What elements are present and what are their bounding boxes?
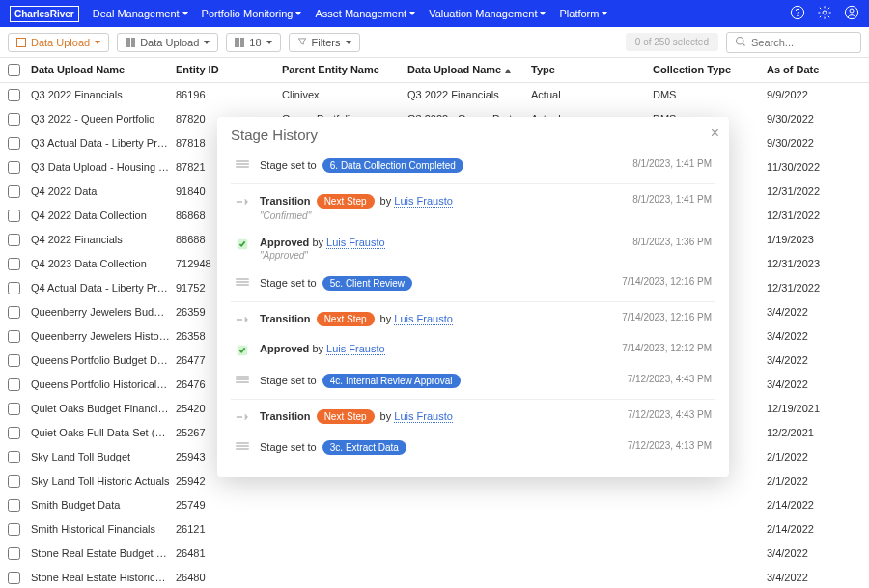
row-checkbox[interactable] [8, 282, 20, 294]
cell-type [531, 572, 653, 584]
col-data-upload-name-2[interactable]: Data Upload Name [407, 64, 531, 76]
svg-point-5 [737, 37, 744, 44]
stage-history-modal: × Stage History Stage set to 6. Data Col… [217, 117, 729, 477]
data-upload-btn-1[interactable]: Data Upload [8, 33, 109, 52]
cell-as-of-date: 1/19/2023 [767, 234, 861, 246]
row-checkbox[interactable] [8, 427, 20, 439]
gear-icon[interactable] [817, 5, 832, 22]
close-icon[interactable]: × [711, 125, 719, 142]
user-link[interactable]: Luis Frausto [394, 195, 453, 208]
cell-as-of-date: 12/2/2021 [767, 427, 861, 439]
next-step-pill: Next Step [317, 194, 375, 209]
row-checkbox[interactable] [8, 137, 20, 150]
row-checkbox[interactable] [8, 89, 20, 101]
brand-logo[interactable]: CharlesRiver [10, 6, 79, 22]
nav-platform[interactable]: Platform [559, 8, 607, 19]
user-link[interactable]: Luis Frausto [394, 410, 453, 423]
cell-name: Q4 2022 Financials [31, 234, 176, 246]
filters-btn[interactable]: Filters [289, 33, 360, 52]
row-checkbox[interactable] [8, 354, 20, 367]
cell-parent-entity [282, 572, 407, 584]
row-checkbox[interactable] [8, 258, 20, 270]
cell-data-upload-name [407, 499, 531, 512]
table-row[interactable]: Smith Budget Data257492/14/2022 [0, 493, 869, 518]
row-checkbox[interactable] [8, 234, 20, 246]
table-row[interactable]: Stone Real Estate Budget Data264813/4/20… [0, 542, 869, 566]
row-checkbox[interactable] [8, 499, 20, 512]
col-parent-entity[interactable]: Parent Entity Name [282, 64, 407, 76]
svg-point-2 [823, 11, 827, 14]
search-box[interactable] [726, 32, 861, 53]
cell-as-of-date: 3/4/2022 [767, 306, 861, 319]
nav-valuation-management[interactable]: Valuation Management [429, 8, 546, 19]
cell-collection-type [653, 499, 767, 512]
user-link[interactable]: Luis Frausto [326, 237, 385, 249]
row-checkbox[interactable] [8, 547, 20, 560]
cell-collection-type [653, 572, 767, 584]
arrow-right-icon [235, 409, 250, 425]
help-icon[interactable] [790, 5, 805, 22]
cell-name: Q4 Actual Data - Liberty Property [31, 282, 176, 294]
row-checkbox[interactable] [8, 185, 20, 198]
table-row[interactable]: Smith Historical Financials261212/14/202… [0, 518, 869, 542]
row-checkbox[interactable] [8, 330, 20, 343]
cell-type: Actual [531, 89, 653, 101]
cell-as-of-date: 11/30/2022 [767, 161, 861, 174]
cell-type [531, 523, 653, 536]
table-row[interactable]: Stone Real Estate Historical Financials2… [0, 566, 869, 588]
stack-icon [235, 276, 250, 292]
user-icon[interactable] [844, 5, 859, 22]
nav-portfolio-monitoring[interactable]: Portfolio Monitoring [202, 8, 302, 19]
user-link[interactable]: Luis Frausto [326, 343, 385, 355]
row-checkbox[interactable] [8, 403, 20, 415]
nav-deal-management[interactable]: Deal Management [93, 8, 188, 19]
cell-entity-id: 26121 [176, 523, 282, 536]
history-entry: Transition Next Step by Luis Frausto 7/1… [231, 304, 715, 335]
data-upload-btn-2[interactable]: Data Upload [117, 33, 218, 52]
col-collection-type[interactable]: Collection Type [653, 64, 767, 76]
modal-title: Stage History [231, 126, 715, 143]
table-row[interactable]: Q3 2022 Financials86196ClinivexQ3 2022 F… [0, 83, 869, 107]
history-text: Stage set to [260, 159, 317, 171]
row-checkbox[interactable] [8, 451, 20, 463]
row-checkbox[interactable] [8, 572, 20, 584]
row-checkbox[interactable] [8, 378, 20, 391]
cell-as-of-date: 2/14/2022 [767, 499, 861, 512]
cell-as-of-date: 9/30/2022 [767, 113, 861, 126]
history-entry: Stage set to 3c. Extract Data 7/12/2023,… [231, 433, 715, 463]
chevron-down-icon [602, 12, 607, 15]
history-time: 7/14/2023, 12:16 PM [622, 276, 712, 287]
topbar: CharlesRiver Deal Management Portfolio M… [0, 0, 869, 27]
row-checkbox[interactable] [8, 161, 20, 174]
row-checkbox[interactable] [8, 306, 20, 319]
cell-name: Q3 2022 Financials [31, 89, 176, 101]
user-link[interactable]: Luis Frausto [394, 313, 453, 325]
row-checkbox[interactable] [8, 113, 20, 126]
col-as-of-date[interactable]: As of Date [767, 64, 861, 76]
cell-as-of-date: 12/31/2022 [767, 185, 861, 198]
chevron-down-icon [295, 12, 301, 15]
cell-as-of-date: 3/4/2022 [767, 330, 861, 343]
col-data-upload-name[interactable]: Data Upload Name [31, 64, 176, 76]
cell-name: Smith Historical Financials [31, 523, 176, 536]
cell-as-of-date: 2/1/2022 [767, 475, 861, 488]
stage-pill: 3c. Extract Data [322, 440, 406, 455]
history-time: 7/12/2023, 4:43 PM [628, 409, 712, 420]
stage-pill: 6. Data Collection Completed [322, 158, 463, 173]
row-checkbox[interactable] [8, 523, 20, 536]
history-time: 7/12/2023, 4:43 PM [628, 374, 712, 384]
row-checkbox[interactable] [8, 210, 20, 222]
cell-type [531, 499, 653, 512]
row-checkbox[interactable] [8, 475, 20, 488]
cell-as-of-date: 12/31/2022 [767, 282, 861, 294]
page-size-btn[interactable]: 18 [226, 33, 280, 52]
col-entity-id[interactable]: Entity ID [176, 64, 282, 76]
search-input[interactable] [751, 37, 853, 48]
col-type[interactable]: Type [531, 64, 653, 76]
cell-collection-type: DMS [653, 89, 767, 101]
cell-name: Queenberry Jewelers Historical Finan... [31, 330, 176, 343]
nav-asset-management[interactable]: Asset Management [315, 8, 415, 19]
chevron-down-icon [204, 41, 210, 44]
history-entry: Transition Next Step by Luis Frausto 7/1… [231, 402, 715, 433]
select-all-checkbox[interactable] [8, 64, 20, 76]
